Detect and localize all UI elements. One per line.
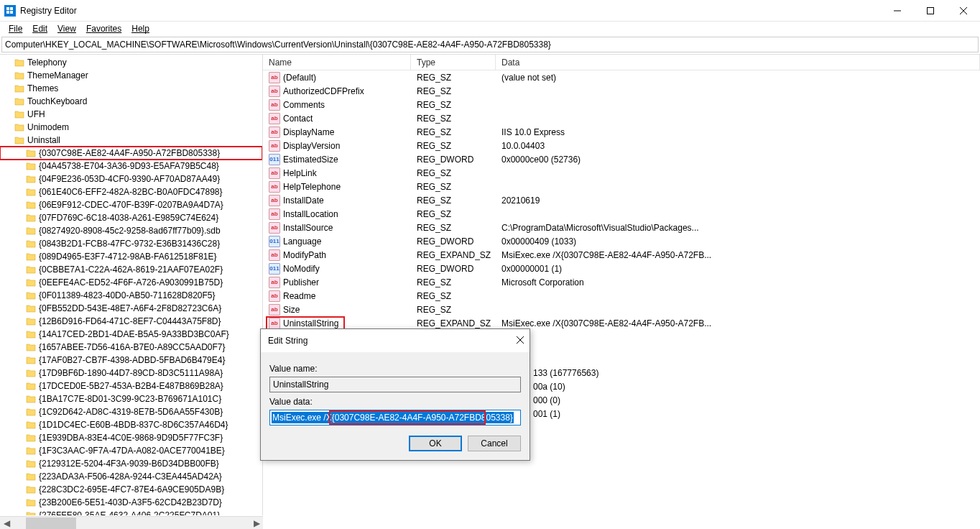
list-row[interactable]: 011LanguageREG_DWORD0x00000409 (1033) — [263, 234, 980, 248]
list-row[interactable]: abReadmeREG_SZ — [263, 289, 980, 303]
tree-item[interactable]: {061E40C6-EFF2-482A-82BC-B0A0FDC47898} — [0, 185, 262, 198]
tree-item[interactable]: {0307C98E-AE82-4A4F-A950-A72FBD805338} — [0, 147, 262, 160]
tree-item[interactable]: {08274920-8908-45c2-9258-8ad67ff77b09}.s… — [0, 224, 262, 237]
list-row[interactable]: abInstallDateREG_SZ20210619 — [263, 193, 980, 207]
scroll-right-icon[interactable]: ▶ — [250, 517, 263, 530]
list-row[interactable]: abHelpLinkREG_SZ — [263, 166, 980, 180]
tree-item-label: {1D1DC4EC-E60B-4BDB-837C-8D6C357A46D4} — [39, 420, 228, 430]
tree-item[interactable]: {276FFE80-35AE-4632-A406-2C225FC7DA01} — [0, 509, 262, 515]
tree-item[interactable]: Themes — [0, 82, 262, 95]
tree-item[interactable]: {14A17CED-2BD1-4DAE-B5A5-9A33BD3BC0AF} — [0, 328, 262, 341]
address-bar[interactable]: Computer\HKEY_LOCAL_MACHINE\SOFTWARE\Mic… — [1, 37, 979, 52]
minimize-button[interactable] — [881, 0, 914, 22]
maximize-button[interactable] — [914, 0, 947, 22]
value-name: DisplayName — [283, 127, 334, 137]
tree-item[interactable]: {06E9F912-CDEC-470F-B39F-0207BA9A4D7A} — [0, 198, 262, 211]
tree-item[interactable]: Telephony — [0, 56, 262, 69]
list-row[interactable]: 011NoModifyREG_DWORD0x00000001 (1) — [263, 262, 980, 275]
dialog-title-bar[interactable]: Edit String — [261, 329, 530, 352]
value-type: REG_SZ — [411, 291, 496, 301]
tree-item[interactable]: Uninstall — [0, 134, 262, 147]
folder-icon — [14, 135, 26, 145]
tree-item[interactable]: TouchKeyboard — [0, 95, 262, 108]
value-type: REG_SZ — [411, 73, 496, 83]
list-row[interactable]: abHelpTelephoneREG_SZ — [263, 180, 980, 193]
tree-item[interactable]: {17DCED0E-5B27-453A-B2B4-E487B869B28A} — [0, 380, 262, 392]
tree-item-label: Uninstall — [27, 135, 60, 145]
value-name-input[interactable] — [269, 377, 521, 392]
close-button[interactable] — [947, 0, 980, 22]
menu-help[interactable]: Help — [127, 22, 154, 35]
tree-item[interactable]: {07FD769C-6C18-4038-A261-E9859C74E624} — [0, 211, 262, 224]
tree-item[interactable]: {2129312E-5204-4F3A-9039-B6D34DBB00FB} — [0, 457, 262, 470]
scroll-left-icon[interactable]: ◀ — [0, 517, 13, 530]
tree-item-label: TouchKeyboard — [27, 96, 87, 106]
list-row[interactable]: abAuthorizedCDFPrefixREG_SZ — [263, 84, 980, 98]
tree-item[interactable]: {0CBBE7A1-C22A-462A-8619-21AAF07EA02F} — [0, 263, 262, 276]
menu-favorites[interactable]: Favorites — [82, 22, 126, 35]
tree-pane[interactable]: TelephonyThemeManagerThemesTouchKeyboard… — [0, 55, 263, 515]
value-data: C:\ProgramData\Microsoft\VisualStudio\Pa… — [496, 223, 980, 233]
list-row[interactable]: abContactREG_SZ — [263, 111, 980, 125]
tree-item[interactable]: UFH — [0, 108, 262, 121]
ok-button[interactable]: OK — [409, 436, 462, 451]
address-path: Computer\HKEY_LOCAL_MACHINE\SOFTWARE\Mic… — [5, 40, 551, 50]
list-row[interactable]: abSizeREG_SZ — [263, 303, 980, 316]
tree-item[interactable]: {1657ABEE-7D56-416A-B7E0-A89CC5AAD0F7} — [0, 341, 262, 354]
tree-item[interactable]: {1BA17C7E-8D01-3C99-9C23-B769671A101C} — [0, 392, 262, 405]
tree-item[interactable]: {0843B2D1-FCB8-47FC-9732-E36B31436C28} — [0, 237, 262, 250]
tree-item[interactable]: {17D9BF6D-1890-44D7-89CD-8D3C5111A98A} — [0, 367, 262, 380]
tree-item[interactable]: {1E939DBA-83E4-4C0E-9868-9D9D5F77FC3F} — [0, 431, 262, 444]
tree-item[interactable]: {223ADA3A-F506-428A-9244-C3EA445AD42A} — [0, 470, 262, 483]
tree-item-label: {07FD769C-6C18-4038-A261-E9859C74E624} — [39, 213, 218, 223]
list-row[interactable]: abDisplayVersionREG_SZ10.0.04403 — [263, 139, 980, 152]
list-row[interactable]: abInstallSourceREG_SZC:\ProgramData\Micr… — [263, 221, 980, 234]
tree-item[interactable]: {12B6D916-FD64-471C-8EF7-C04443A75F8D} — [0, 315, 262, 328]
menu-file[interactable]: File — [4, 22, 27, 35]
value-data-partial: 001 (1) — [533, 408, 598, 421]
tree-item-label: {089D4965-E3F7-4712-98AB-FA612518F81E} — [39, 252, 217, 262]
list-row[interactable]: abPublisherREG_SZMicrosoft Corporation — [263, 275, 980, 289]
scroll-thumb[interactable] — [26, 518, 76, 529]
tree-item[interactable]: {0EEFE4AC-ED52-4F6F-A726-A9030991B75D} — [0, 276, 262, 289]
tree-item[interactable]: {1D1DC4EC-E60B-4BDB-837C-8D6C357A46D4} — [0, 418, 262, 431]
tree-item[interactable]: {04A45738-E704-3A36-9D93-E5AFA79B5C48} — [0, 160, 262, 172]
value-name: Size — [283, 305, 300, 315]
tree-item[interactable]: {0FB552DD-543E-48E7-A6F4-2F8D82723C6A} — [0, 302, 262, 315]
value-data-input[interactable]: MsiExec.exe /X{0307C98E-AE82-4A4F-A950-A… — [269, 410, 521, 426]
string-value-icon: ab — [269, 249, 280, 261]
string-value-icon: ab — [269, 195, 280, 206]
tree-item[interactable]: {04F9E236-053D-4CF0-9390-AF70AD87AA49} — [0, 172, 262, 185]
menu-edit[interactable]: Edit — [28, 22, 52, 35]
tree-item[interactable]: {228C3DC2-695E-4FC7-87E4-6A9CE905DA9B} — [0, 483, 262, 496]
folder-icon — [14, 58, 26, 68]
value-data: IIS 10.0 Express — [496, 127, 980, 137]
tree-item[interactable]: Unimodem — [0, 121, 262, 134]
tree-horizontal-scrollbar[interactable]: ◀ ▶ — [0, 516, 263, 529]
tree-item[interactable]: {23B200E6-5E51-403D-A3F5-62CD42B23D7D} — [0, 496, 262, 509]
tree-item[interactable]: {1C92D642-AD8C-4319-8E7B-5D6AA55F430B} — [0, 405, 262, 418]
list-row[interactable]: abDisplayNameREG_SZIIS 10.0 Express — [263, 125, 980, 139]
list-row[interactable]: abModifyPathREG_EXPAND_SZMsiExec.exe /X{… — [263, 248, 980, 262]
tree-item[interactable]: {17AF0B27-CB7F-4398-ADBD-5FBAD6B479E4} — [0, 354, 262, 367]
col-header-type[interactable]: Type — [411, 55, 496, 70]
col-header-data[interactable]: Data — [496, 55, 980, 70]
list-row[interactable]: abCommentsREG_SZ — [263, 98, 980, 111]
list-row[interactable]: abInstallLocationREG_SZ — [263, 207, 980, 221]
menu-view[interactable]: View — [53, 22, 80, 35]
tree-item-label: {1657ABEE-7D56-416A-B7E0-A89CC5AAD0F7} — [39, 342, 226, 352]
tree-item[interactable]: {1F3C3AAC-9F7A-47DA-A082-0ACE770041BE} — [0, 444, 262, 457]
tree-item[interactable]: {089D4965-E3F7-4712-98AB-FA612518F81E} — [0, 250, 262, 263]
value-type: REG_SZ — [411, 305, 496, 315]
cancel-button[interactable]: Cancel — [468, 436, 521, 451]
value-type: REG_EXPAND_SZ — [411, 250, 496, 260]
list-row[interactable]: ab(Default)REG_SZ(value not set) — [263, 70, 980, 84]
list-row[interactable]: 011EstimatedSizeREG_DWORD0x0000ce00 (527… — [263, 152, 980, 166]
tree-item[interactable]: {0F011389-4823-40D0-AB50-711628D820F5} — [0, 289, 262, 302]
title-bar: Registry Editor — [0, 0, 980, 22]
col-header-name[interactable]: Name — [263, 55, 411, 70]
value-name: InstallSource — [283, 223, 333, 233]
dialog-close-button[interactable] — [502, 336, 524, 346]
tree-item[interactable]: ThemeManager — [0, 69, 262, 82]
tree-item-label: {04F9E236-053D-4CF0-9390-AF70AD87AA49} — [39, 174, 220, 184]
